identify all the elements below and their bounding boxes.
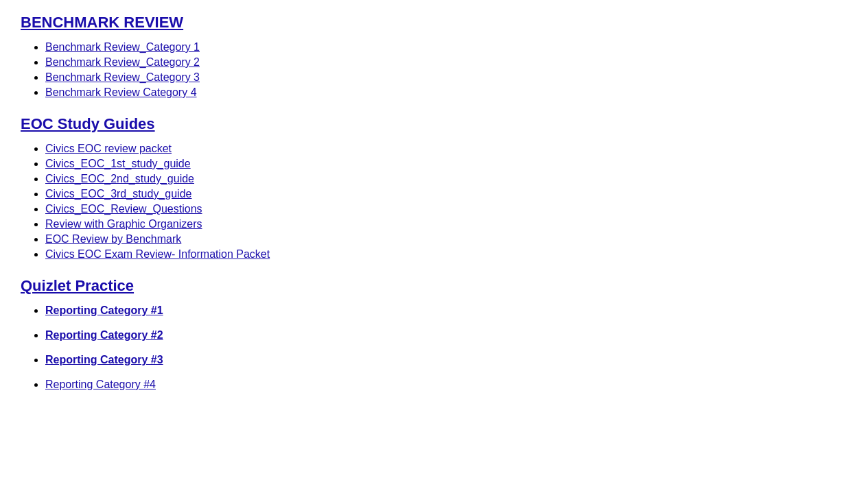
eoc-1st-study-guide-link[interactable]: Civics_EOC_1st_study_guide xyxy=(45,158,191,169)
eoc-review-questions-link[interactable]: Civics_EOC_Review_Questions xyxy=(45,203,202,215)
benchmark-review-cat2-link[interactable]: Benchmark Review_Category 2 xyxy=(45,56,200,68)
list-item: Benchmark Review_Category 2 xyxy=(45,56,832,69)
list-item: Benchmark Review_Category 3 xyxy=(45,71,832,84)
benchmark-review-cat1-link[interactable]: Benchmark Review_Category 1 xyxy=(45,41,200,53)
list-item: EOC Review by Benchmark xyxy=(45,233,832,245)
quizlet-practice-list: Reporting Category #1 Reporting Category… xyxy=(21,304,832,391)
quizlet-practice-title[interactable]: Quizlet Practice xyxy=(21,277,832,295)
list-item: Civics_EOC_3rd_study_guide xyxy=(45,188,832,200)
benchmark-review-cat3-link[interactable]: Benchmark Review_Category 3 xyxy=(45,71,200,83)
eoc-study-guides-list: Civics EOC review packet Civics_EOC_1st_… xyxy=(21,143,832,261)
list-item: Reporting Category #1 xyxy=(45,304,832,317)
list-item: Reporting Category #4 xyxy=(45,379,832,391)
benchmark-review-section: BENCHMARK REVIEW Benchmark Review_Catego… xyxy=(21,14,832,99)
eoc-2nd-study-guide-link[interactable]: Civics_EOC_2nd_study_guide xyxy=(45,173,194,184)
list-item: Civics_EOC_Review_Questions xyxy=(45,203,832,215)
list-item: Civics_EOC_2nd_study_guide xyxy=(45,173,832,185)
eoc-exam-review-packet-link[interactable]: Civics EOC Exam Review- Information Pack… xyxy=(45,248,270,260)
eoc-civics-review-link[interactable]: Civics EOC review packet xyxy=(45,143,172,154)
eoc-3rd-study-guide-link[interactable]: Civics_EOC_3rd_study_guide xyxy=(45,188,191,200)
list-item: Reporting Category #3 xyxy=(45,354,832,366)
quizlet-reporting-cat3-link[interactable]: Reporting Category #3 xyxy=(45,354,163,365)
eoc-graphic-organizers-link[interactable]: Review with Graphic Organizers xyxy=(45,218,202,230)
list-item: Civics EOC review packet xyxy=(45,143,832,155)
eoc-review-by-benchmark-link[interactable]: EOC Review by Benchmark xyxy=(45,233,181,245)
quizlet-reporting-cat1-link[interactable]: Reporting Category #1 xyxy=(45,304,163,316)
quizlet-reporting-cat4-link[interactable]: Reporting Category #4 xyxy=(45,379,156,390)
quizlet-reporting-cat2-link[interactable]: Reporting Category #2 xyxy=(45,329,163,341)
benchmark-review-cat4-link[interactable]: Benchmark Review Category 4 xyxy=(45,86,197,98)
list-item: Reporting Category #2 xyxy=(45,329,832,341)
list-item: Benchmark Review Category 4 xyxy=(45,86,832,99)
benchmark-review-title[interactable]: BENCHMARK REVIEW xyxy=(21,14,832,32)
list-item: Benchmark Review_Category 1 xyxy=(45,41,832,53)
eoc-study-guides-section: EOC Study Guides Civics EOC review packe… xyxy=(21,115,832,261)
eoc-study-guides-title[interactable]: EOC Study Guides xyxy=(21,115,832,133)
quizlet-practice-section: Quizlet Practice Reporting Category #1 R… xyxy=(21,277,832,391)
list-item: Civics_EOC_1st_study_guide xyxy=(45,158,832,170)
list-item: Review with Graphic Organizers xyxy=(45,218,832,230)
benchmark-review-list: Benchmark Review_Category 1 Benchmark Re… xyxy=(21,41,832,99)
list-item: Civics EOC Exam Review- Information Pack… xyxy=(45,248,832,261)
